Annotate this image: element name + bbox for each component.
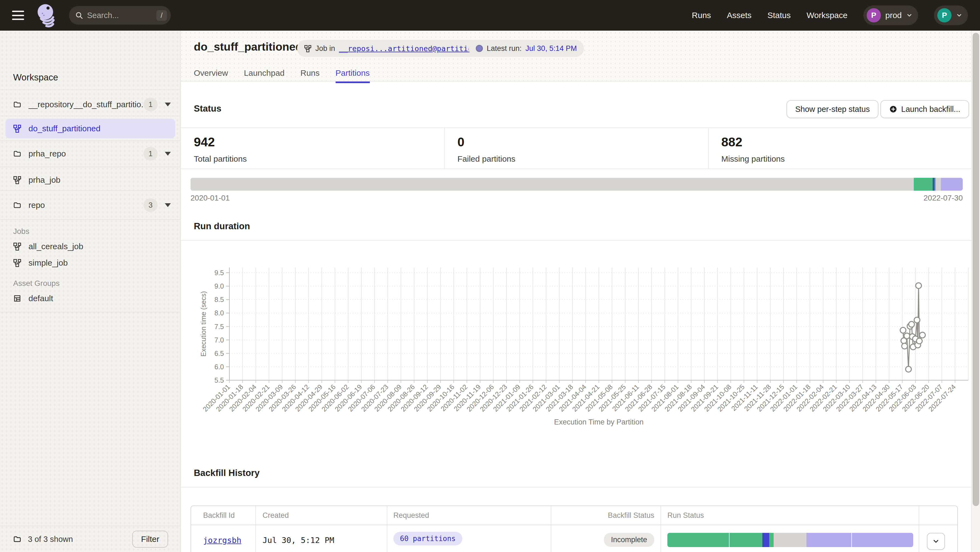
nav-link-runs[interactable]: Runs <box>692 11 711 20</box>
dagster-logo-icon[interactable] <box>35 3 59 28</box>
range-start-label: 2020-01-01 <box>191 194 230 202</box>
run-status-bar[interactable] <box>667 533 913 547</box>
asset-groups-section-label: Asset Groups <box>13 279 60 288</box>
backfill-created-value: Jul 30, 5:12 PM <box>262 536 334 545</box>
partition-status-bar[interactable] <box>191 178 963 191</box>
folder-icon <box>13 201 21 209</box>
svg-text:9.0: 9.0 <box>214 282 224 290</box>
sidebar-item-label: prha_job <box>29 175 171 185</box>
sidebar-item-do-stuff-partitioned[interactable]: do_stuff_partitioned <box>5 119 175 138</box>
execution-time-chart: 5.56.06.57.07.58.08.59.09.52020-01-01202… <box>181 243 971 435</box>
table-header-row: Backfill Id Created Requested Backfill S… <box>191 506 957 525</box>
caret-down-icon[interactable] <box>165 203 171 207</box>
show-per-step-status-button[interactable]: Show per-step status <box>786 100 878 118</box>
search-shortcut-badge: / <box>156 10 167 21</box>
column-header-requested: Requested <box>387 506 551 525</box>
scrollbar-thumb[interactable] <box>973 33 979 506</box>
tab-launchpad[interactable]: Launchpad <box>244 68 285 82</box>
caret-down-icon[interactable] <box>165 152 171 155</box>
latest-run-badge: Latest run: Jul 30, 5:14 PM <box>469 40 584 57</box>
hamburger-menu-icon[interactable] <box>12 11 24 20</box>
stat-value: 0 <box>457 135 515 149</box>
nav-link-status[interactable]: Status <box>767 11 791 20</box>
sidebar-item-repo[interactable]: repo 3 <box>0 194 181 217</box>
sidebar-item-prha-repo[interactable]: prha_repo 1 <box>0 142 181 165</box>
folder-icon <box>13 100 21 109</box>
svg-text:7.5: 7.5 <box>214 323 224 330</box>
sidebar-job-all-cereals[interactable]: all_cereals_job <box>13 242 83 251</box>
backfill-id-link[interactable]: jozrgsbh <box>203 536 242 545</box>
launch-backfill-button[interactable]: Launch backfill... <box>880 100 969 118</box>
user-avatar: P <box>937 8 951 22</box>
tab-overview[interactable]: Overview <box>194 68 228 82</box>
search-input[interactable] <box>87 11 156 20</box>
stat-label: Total partitions <box>194 154 247 163</box>
sidebar-asset-group-default[interactable]: default <box>13 294 53 303</box>
svg-text:6.0: 6.0 <box>214 363 224 371</box>
job-icon <box>13 124 21 133</box>
folder-icon <box>13 535 21 543</box>
sidebar-item-repository-do-stuff[interactable]: __repository__do_stuff_partitio... 1 <box>0 93 181 116</box>
svg-text:6.5: 6.5 <box>214 350 224 357</box>
plus-circle-icon <box>889 105 897 113</box>
job-icon <box>13 242 21 251</box>
workspace-sidebar: Workspace __repository__do_stuff_partiti… <box>0 31 181 552</box>
job-tabs: Overview Launchpad Runs Partitions <box>194 68 370 82</box>
stat-value: 882 <box>721 135 785 149</box>
sidebar-item-prha-job[interactable]: prha_job <box>0 168 181 192</box>
search-icon <box>75 11 83 19</box>
caret-down-icon[interactable] <box>165 103 171 106</box>
sidebar-item-label: prha_repo <box>29 149 143 159</box>
stat-value: 942 <box>194 135 247 149</box>
stat-label: Missing partitions <box>721 154 785 163</box>
sidebar-title: Workspace <box>13 72 58 82</box>
dagster-app: / Runs Assets Status Workspace P prod P … <box>0 0 980 552</box>
sidebar-job-simple-job[interactable]: simple_job <box>13 258 68 268</box>
jobs-section-label: Jobs <box>13 227 29 236</box>
stat-total-partitions: 942 Total partitions <box>194 135 247 163</box>
stat-label: Failed partitions <box>457 154 515 163</box>
tab-runs[interactable]: Runs <box>301 68 320 82</box>
filter-button[interactable]: Filter <box>132 531 168 547</box>
requested-partitions-badge[interactable]: 60 partitions <box>393 532 462 546</box>
user-menu[interactable]: P <box>934 5 968 25</box>
scrollbar-track[interactable] <box>971 31 980 552</box>
nav-link-workspace[interactable]: Workspace <box>807 11 848 20</box>
shown-count-label: 3 of 3 shown <box>28 535 132 544</box>
column-header-actions <box>919 506 957 525</box>
folder-icon <box>13 150 21 158</box>
nav-link-assets[interactable]: Assets <box>727 11 751 20</box>
backfill-history-heading: Backfill History <box>194 468 259 478</box>
tab-partitions[interactable]: Partitions <box>336 68 370 82</box>
stat-failed-partitions: 0 Failed partitions <box>457 135 515 163</box>
run-duration-heading: Run duration <box>194 221 250 232</box>
top-nav: / Runs Assets Status Workspace P prod P <box>0 0 980 31</box>
asset-group-icon <box>13 294 21 303</box>
sidebar-item-label: __repository__do_stuff_partitio... <box>29 100 143 109</box>
search-box[interactable]: / <box>69 6 171 25</box>
sidebar-item-label: repo <box>29 200 143 210</box>
sidebar-footer: 3 of 3 shown Filter <box>0 526 180 552</box>
column-header-created: Created <box>255 506 387 525</box>
svg-text:7.0: 7.0 <box>214 336 224 344</box>
column-header-run-status: Run Status <box>660 506 919 525</box>
expand-row-button[interactable] <box>927 533 945 550</box>
svg-text:8.0: 8.0 <box>214 309 224 317</box>
run-status-dot <box>476 45 483 52</box>
page-title: do_stuff_partitioned <box>194 40 302 53</box>
count-badge: 3 <box>143 198 158 212</box>
column-header-backfill-id: Backfill Id <box>191 506 255 525</box>
backfill-history-table: Backfill Id Created Requested Backfill S… <box>191 506 958 552</box>
deployment-switcher[interactable]: P prod <box>863 5 918 25</box>
count-badge: 1 <box>143 147 158 160</box>
latest-run-link[interactable]: Jul 30, 5:14 PM <box>526 44 577 53</box>
chevron-down-icon <box>932 538 940 545</box>
show-per-step-status-label: Show per-step status <box>795 105 870 114</box>
sidebar-job-label: all_cereals_job <box>29 242 83 251</box>
sidebar-job-label: simple_job <box>29 258 68 268</box>
table-row: jozrgsbh Jul 30, 5:12 PM 60 partitions 2… <box>191 525 957 552</box>
sidebar-item-label: do_stuff_partitioned <box>29 124 100 133</box>
job-origin-prefix: Job in <box>315 44 335 53</box>
latest-run-label: Latest run: <box>487 44 522 53</box>
job-icon <box>304 45 312 52</box>
